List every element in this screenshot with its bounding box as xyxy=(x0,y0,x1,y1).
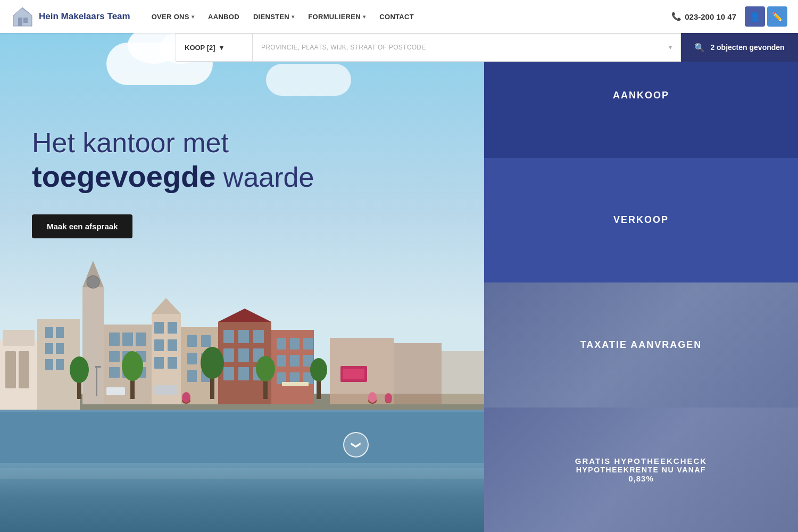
svg-rect-61 xyxy=(277,355,286,367)
property-type-dropdown[interactable]: KOOP [2] ▾ xyxy=(176,33,253,62)
phone-icon: 📞 xyxy=(671,12,681,21)
svg-rect-60 xyxy=(303,338,313,350)
user-button[interactable]: 👤 xyxy=(745,6,765,27)
main-nav: OVER ONS ▾ AANBOD DIENSTEN ▾ FORMULIEREN… xyxy=(146,9,672,25)
aankoop-label: AANKOOP xyxy=(613,90,669,101)
hero-title-normal: waarde xyxy=(215,162,314,193)
svg-rect-50 xyxy=(223,348,234,362)
hypotheek-line2: HYPOTHEEKRENTE NU VANAF xyxy=(575,466,707,474)
svg-rect-84 xyxy=(442,351,484,404)
svg-rect-22 xyxy=(109,332,120,346)
svg-rect-12 xyxy=(45,327,53,338)
nav-aanbod[interactable]: AANBOD xyxy=(203,9,245,25)
header-right: 📞 023-200 10 47 👤 ✏️ xyxy=(671,6,787,27)
location-input[interactable]: PROVINCIE, PLAATS, WIJK, STRAAT OF POSTC… xyxy=(253,33,681,62)
svg-rect-92 xyxy=(343,369,364,379)
hero-title-line1: Het kantoor met xyxy=(32,128,314,158)
edit-button[interactable]: ✏️ xyxy=(767,6,787,27)
svg-rect-54 xyxy=(238,367,249,380)
svg-rect-25 xyxy=(109,351,120,362)
svg-rect-44 xyxy=(187,370,197,382)
svg-rect-78 xyxy=(106,387,125,395)
svg-point-69 xyxy=(70,356,89,383)
svg-rect-53 xyxy=(223,367,234,380)
svg-rect-67 xyxy=(282,382,309,386)
svg-rect-15 xyxy=(56,343,64,354)
svg-rect-49 xyxy=(253,330,264,343)
verkoop-block[interactable]: VERKOOP xyxy=(484,158,798,283)
svg-rect-14 xyxy=(45,343,53,354)
chevron-down-icon: ▾ xyxy=(220,44,223,52)
hero-content: Het kantoor met toegevoegde waarde Maak … xyxy=(32,128,314,238)
svg-rect-42 xyxy=(187,353,197,364)
svg-rect-62 xyxy=(290,355,300,367)
taxatie-label: TAXATIE AANVRAGEN xyxy=(580,339,702,351)
user-icon: 👤 xyxy=(750,12,760,22)
svg-point-71 xyxy=(122,351,143,381)
svg-point-20 xyxy=(87,276,99,288)
svg-rect-36 xyxy=(168,339,177,351)
hero-title-bold: toegevoegde xyxy=(32,160,215,193)
chevron-down-icon: ▾ xyxy=(192,14,194,20)
svg-rect-47 xyxy=(223,330,234,343)
svg-rect-33 xyxy=(154,322,164,334)
svg-rect-37 xyxy=(154,357,164,369)
svg-rect-35 xyxy=(154,339,164,351)
svg-rect-2 xyxy=(18,18,22,26)
svg-point-86 xyxy=(182,392,190,403)
svg-rect-81 xyxy=(95,366,101,368)
cloud-2 xyxy=(266,64,351,96)
edit-icon: ✏️ xyxy=(772,12,783,22)
chevron-down-icon: ▾ xyxy=(363,14,365,20)
nav-formulieren[interactable]: FORMULIEREN ▾ xyxy=(303,9,371,25)
svg-point-88 xyxy=(368,392,377,403)
hypotheek-line1: GRATIS HYPOTHEEKCHECK xyxy=(575,456,707,466)
svg-rect-4 xyxy=(0,404,484,468)
header: Hein Makelaars Team OVER ONS ▾ AANBOD DI… xyxy=(0,0,798,33)
svg-rect-80 xyxy=(96,367,97,396)
svg-point-75 xyxy=(256,356,275,381)
hypotheek-text: GRATIS HYPOTHEEKCHECK HYPOTHEEKRENTE NU … xyxy=(575,456,707,483)
city-skyline xyxy=(0,245,484,468)
svg-rect-23 xyxy=(122,332,133,346)
scroll-down-button[interactable]: ❯ xyxy=(343,432,369,458)
chevron-down-icon: ▾ xyxy=(669,44,672,51)
taxatie-block[interactable]: TAXATIE AANVRAGEN xyxy=(484,282,798,408)
svg-marker-32 xyxy=(152,298,181,314)
svg-marker-0 xyxy=(13,7,32,26)
svg-rect-79 xyxy=(154,385,178,395)
svg-point-90 xyxy=(385,393,392,403)
svg-rect-34 xyxy=(168,322,177,334)
header-buttons: 👤 ✏️ xyxy=(745,6,787,27)
svg-rect-16 xyxy=(45,359,53,370)
nav-diensten[interactable]: DIENSTEN ▾ xyxy=(248,9,300,25)
search-icon: 🔍 xyxy=(694,43,705,53)
water-canal xyxy=(0,463,484,532)
svg-rect-48 xyxy=(238,330,249,343)
svg-rect-38 xyxy=(168,357,177,369)
svg-rect-24 xyxy=(136,332,146,346)
phone-number: 📞 023-200 10 47 xyxy=(671,12,736,21)
svg-rect-51 xyxy=(238,348,249,362)
svg-rect-28 xyxy=(109,367,120,378)
water-reflection xyxy=(0,468,484,479)
hypotheek-line3: 0,83% xyxy=(575,474,707,483)
search-button[interactable]: 🔍 2 objecten gevonden xyxy=(681,33,798,62)
nav-over-ons[interactable]: OVER ONS ▾ xyxy=(146,9,200,25)
svg-rect-3 xyxy=(23,18,28,23)
right-panel: AANKOOP VERKOOP TAXATIE AANVRAGEN GRATIS… xyxy=(484,33,798,532)
svg-rect-41 xyxy=(201,335,211,347)
svg-rect-40 xyxy=(187,335,197,347)
hypotheek-block[interactable]: GRATIS HYPOTHEEKCHECK HYPOTHEEKRENTE NU … xyxy=(484,408,798,533)
svg-rect-9 xyxy=(5,351,16,388)
hero-section: Het kantoor met toegevoegde waarde Maak … xyxy=(0,0,484,532)
logo[interactable]: Hein Makelaars Team xyxy=(11,5,130,29)
svg-point-73 xyxy=(201,347,224,379)
verkoop-label: VERKOOP xyxy=(613,214,669,226)
cta-button[interactable]: Maak een afspraak xyxy=(32,214,132,238)
svg-marker-56 xyxy=(218,309,271,322)
chevron-down-icon: ❯ xyxy=(350,441,362,449)
svg-rect-17 xyxy=(56,359,64,370)
nav-contact[interactable]: CONTACT xyxy=(374,9,419,25)
svg-rect-13 xyxy=(56,327,64,338)
